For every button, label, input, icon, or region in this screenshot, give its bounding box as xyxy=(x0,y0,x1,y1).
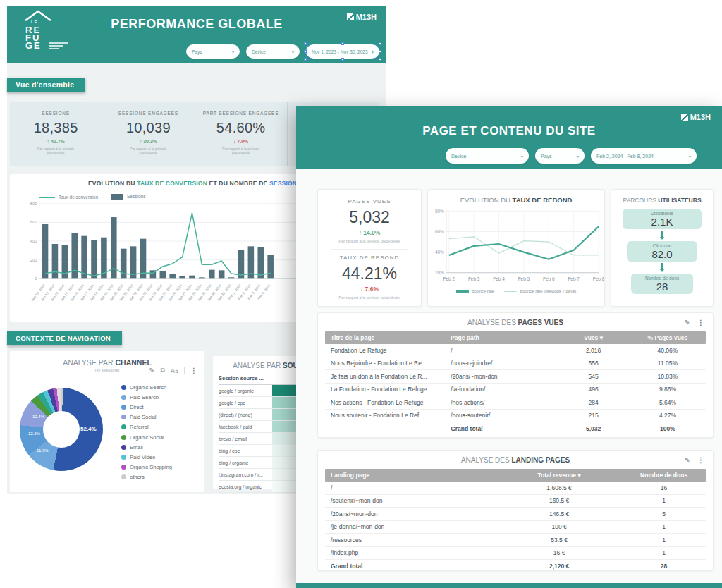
selection-handle[interactable] xyxy=(341,42,344,45)
landing-table-row[interactable]: /20ans/~mon-don 146.5 € 5 xyxy=(325,508,706,521)
filter-daterange[interactable]: Nov 1, 2023 - Nov 30, 2023▾ xyxy=(306,44,379,59)
pages-table-row[interactable]: Je fais un don à la Fondation Le R... /2… xyxy=(325,370,706,384)
legend-item-paid-social[interactable]: Paid Social xyxy=(121,412,172,422)
source-cell: l.instagram.com / r... xyxy=(219,469,272,480)
channel-legend: Organic Search Paid Search Direct Paid S… xyxy=(121,382,172,482)
landing-table-row[interactable]: /ressources 53.5 € 1 xyxy=(325,534,706,547)
legend-item-paid-search[interactable]: Paid Search xyxy=(121,392,172,402)
legend-item-others[interactable]: others xyxy=(121,472,172,482)
col-total-revenue[interactable]: Total revenue ▾ xyxy=(496,472,622,479)
col-session-source[interactable]: Session source ... xyxy=(219,375,264,381)
kpi-pages-vues: PAGES VUES 5,032 ↑ 14.0% Par rapport à l… xyxy=(318,198,421,244)
landing-table-row[interactable]: /je-donne/~mon-don 100 € 1 xyxy=(325,521,706,534)
bounce-chart-legend: Bounce rate Bounce rate (previous 7 days… xyxy=(428,289,604,293)
svg-text:400: 400 xyxy=(30,239,37,243)
donut-slice-label: 52.4% xyxy=(80,426,97,432)
landing-table-row[interactable]: /soutenir/~mon-don 160.5 € 1 xyxy=(325,495,706,508)
more-menu-icon[interactable]: ⋮ xyxy=(697,456,704,464)
source-cell: facebook / paid xyxy=(219,421,272,432)
funnel-step-nombre-de-dons[interactable]: Nombre de dons 28 xyxy=(631,274,693,294)
kpi-sessions-engagees: SESSIONS ENGAGEES 10,039 ↑ 30.3% Par rap… xyxy=(102,102,194,166)
selection-handle[interactable] xyxy=(379,58,381,61)
edit-icon[interactable]: ✎ xyxy=(685,319,690,326)
landing-table-row[interactable]: /index.php 16 € 1 xyxy=(325,547,706,561)
edit-icon[interactable]: ✎ xyxy=(685,456,690,464)
chevron-down-icon: ▾ xyxy=(577,154,579,159)
filter-device[interactable]: Device▾ xyxy=(246,44,300,59)
pages-table-toolbar: ✎ ⋮ xyxy=(685,319,704,326)
pages-table-row[interactable]: Fondation Le Refuge / 2,016 40.06% xyxy=(325,344,706,357)
m13h-logo: M13H xyxy=(681,113,711,121)
legend-item-organic-shopping[interactable]: Organic Shopping xyxy=(121,463,172,472)
legend-label: Organic Search xyxy=(130,384,166,391)
legend-dot xyxy=(121,435,126,440)
col-titre-page[interactable]: Titre de la page xyxy=(325,334,451,341)
cell-vues: 556 xyxy=(557,360,630,367)
svg-text:0: 0 xyxy=(35,276,37,281)
export-icon[interactable]: ⧉ xyxy=(161,367,165,374)
kpi-value: 5,032 xyxy=(318,208,421,227)
landing-table-grand-total: Grand total 2,120 € 28 xyxy=(325,560,706,573)
sort-icon[interactable]: A⇅ xyxy=(171,367,178,374)
filter-daterange[interactable]: Feb 2, 2024 - Feb 8, 2024▾ xyxy=(591,148,697,164)
legend-item-organic-social[interactable]: Organic Social xyxy=(121,432,172,442)
pages-table-row[interactable]: Nous Rejoindre - Fondation Le Re... /nou… xyxy=(325,357,706,371)
selection-handle[interactable] xyxy=(304,50,307,53)
selection-handle[interactable] xyxy=(379,50,381,53)
cell-path: /la-fondation/ xyxy=(451,386,557,393)
landing-table-row[interactable]: / 1,608.5 € 16 xyxy=(325,482,706,495)
channel-donut-chart[interactable]: 52.4%10.4%12.2%11.3% xyxy=(20,388,103,471)
selection-handle[interactable] xyxy=(341,58,344,61)
bounce-chart-card[interactable]: EVOLUTION DU TAUX DE REBOND 20%40%60%80%… xyxy=(427,189,605,307)
legend-sessions[interactable]: Sessions xyxy=(111,194,145,200)
more-menu-icon[interactable]: ⋮ xyxy=(190,367,197,374)
filter-bar: Device▾ Pays▾ Feb 2, 2024 - Feb 8, 2024▾ xyxy=(446,148,697,164)
funnel-step-label: Utilisateurs xyxy=(623,211,702,216)
filter-pays[interactable]: Pays▾ xyxy=(186,44,240,59)
funnel-step-utilisateurs[interactable]: Utilisateurs 2.1K xyxy=(623,209,702,229)
bounce-rate-chart[interactable]: 20%40%60%80%Feb 2Feb 3Feb 4Feb 5Feb 6Feb… xyxy=(428,205,604,288)
edit-icon[interactable]: ✎ xyxy=(149,367,154,374)
legend-bounce-rate-previous[interactable]: Bounce rate (previous 7 days) xyxy=(504,289,576,293)
more-menu-icon[interactable]: ⋮ xyxy=(697,319,704,326)
cell-vues: 545 xyxy=(557,373,630,380)
col-page-path[interactable]: Page path xyxy=(451,334,557,341)
legend-item-email[interactable]: Email xyxy=(121,442,172,452)
filter-pays[interactable]: Pays▾ xyxy=(535,148,585,164)
back-header: LE RE FU GE PERFORMANCE GLOBALE M13H Pay xyxy=(7,6,386,63)
legend-item-referral[interactable]: Referral xyxy=(121,422,172,432)
filter-device[interactable]: Device▾ xyxy=(446,148,529,164)
legend-bounce-rate[interactable]: Bounce rate xyxy=(456,289,494,293)
legend-item-direct[interactable]: Direct xyxy=(121,402,172,412)
svg-text:800: 800 xyxy=(30,202,37,206)
legend-dot xyxy=(121,415,126,419)
col-landing-page[interactable]: Landing page xyxy=(325,472,496,479)
funnel-step-click-don[interactable]: Click don 82.0 xyxy=(627,241,697,262)
svg-text:20%: 20% xyxy=(435,270,444,275)
cell-dons: 5 xyxy=(622,510,706,517)
col-pct-pages-vues[interactable]: % Pages vues xyxy=(630,334,706,341)
legend-dot xyxy=(121,445,126,450)
channel-analysis-card[interactable]: ANALYSE PAR CHANNEL (% sessions) ✎ ⧉ A⇅ … xyxy=(10,351,204,492)
col-nombre-dons[interactable]: Nombre de dons xyxy=(622,472,706,479)
selection-handle[interactable] xyxy=(304,42,307,45)
pages-table-row[interactable]: Nos actions - Fondation Le Refuge /nos-a… xyxy=(325,396,706,410)
pages-table-row[interactable]: La Fondation - Fondation Le Refuge /la-f… xyxy=(325,384,706,397)
pages-table-row[interactable]: Nous soutenir - Fondation Le Ref... /nou… xyxy=(325,410,706,423)
legend-taux-conversion[interactable]: Taux de conversion xyxy=(39,195,98,200)
source-cell: (direct) / (none) xyxy=(219,409,272,420)
cell-pct: 4.27% xyxy=(630,412,706,419)
legend-item-paid-video[interactable]: Paid Video xyxy=(121,452,172,462)
selection-handle[interactable] xyxy=(304,58,307,61)
user-journey-card: PARCOURS UTILISATEURS Utilisateurs 2.1K … xyxy=(611,189,714,307)
cell-landing-page: /index.php xyxy=(325,549,496,556)
filter-daterange-selected[interactable]: Nov 1, 2023 - Nov 30, 2023▾ xyxy=(306,44,379,59)
cell-titre: La Fondation - Fondation Le Refuge xyxy=(325,386,451,393)
cell-path: /nous-rejoindre/ xyxy=(451,360,557,367)
selection-handle[interactable] xyxy=(379,42,381,45)
legend-item-organic-search[interactable]: Organic Search xyxy=(121,382,172,392)
svg-text:60%: 60% xyxy=(435,229,444,234)
svg-text:40%: 40% xyxy=(435,250,444,255)
legend-label: Paid Social xyxy=(130,414,157,420)
col-vues[interactable]: Vues ▾ xyxy=(557,334,630,341)
